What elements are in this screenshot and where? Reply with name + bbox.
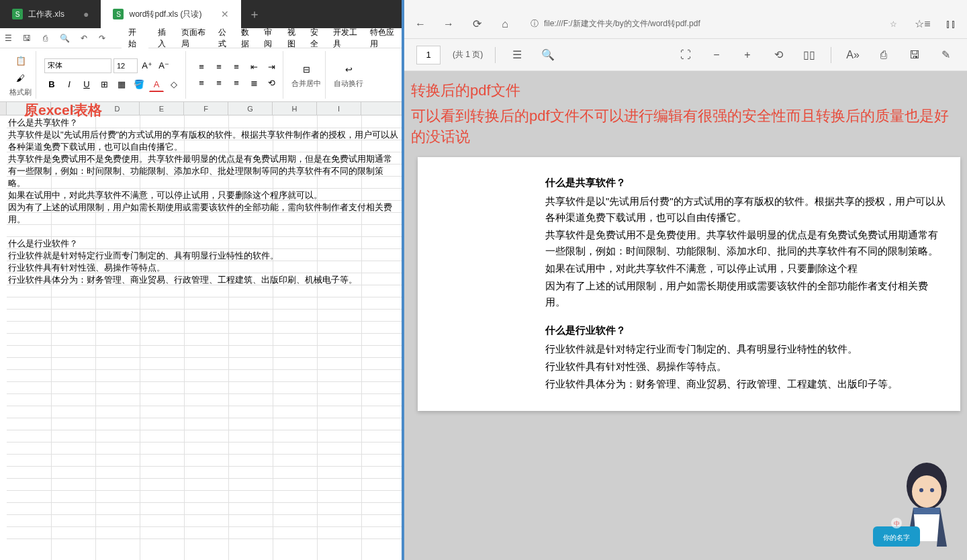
menu-data[interactable]: 数据 — [241, 27, 255, 50]
indent-inc-icon[interactable]: ⇥ — [264, 60, 279, 75]
align-middle-icon[interactable]: ≡ — [212, 60, 226, 75]
column-header[interactable]: H — [273, 102, 317, 115]
new-tab-button[interactable]: ＋ — [241, 0, 268, 28]
close-icon[interactable]: ✕ — [221, 9, 229, 19]
menu-special[interactable]: 特色应用 — [370, 27, 398, 50]
italic-icon[interactable]: I — [62, 77, 77, 92]
paste-icon[interactable]: 📋 — [13, 52, 29, 68]
wrap-icon[interactable]: ↩ — [340, 61, 357, 77]
column-header[interactable]: D — [95, 102, 140, 115]
separator — [831, 47, 831, 63]
fit-page-icon[interactable]: ⛶ — [676, 46, 695, 64]
zoom-out-icon[interactable]: − — [707, 46, 726, 64]
decrease-font-icon[interactable]: A⁻ — [156, 58, 171, 73]
save-icon[interactable]: 🖫 — [905, 46, 924, 64]
indent-dec-icon[interactable]: ⇤ — [246, 60, 261, 75]
align-bottom-icon[interactable]: ≡ — [229, 60, 244, 75]
favorite-icon[interactable]: ☆ — [890, 19, 897, 29]
print-icon[interactable]: ⎙ — [874, 46, 893, 64]
redo-icon[interactable]: ↷ — [97, 33, 107, 44]
read-aloud-icon[interactable]: A» — [843, 46, 862, 64]
svg-text:你的名字: 你的名字 — [883, 534, 910, 541]
border-icon[interactable]: ⊞ — [97, 77, 111, 92]
menu-layout[interactable]: 页面布局 — [181, 27, 209, 50]
pdf-viewport[interactable]: 转换后的pdf文件 可以看到转换后的pdf文件不可以进行编辑有很强的安全性而且转… — [404, 71, 967, 560]
distribute-icon[interactable]: ≣ — [246, 76, 261, 91]
pdf-page-input[interactable] — [416, 46, 441, 64]
tab-wordpdf[interactable]: S word转pdf.xls (只读) ✕ — [101, 0, 240, 28]
format-brush-icon[interactable]: 🖌 — [13, 70, 29, 86]
underline-icon[interactable]: U — [79, 77, 94, 92]
ribbon: 📋 🖌 格式刷 A⁺ A⁻ B I U ⊞ ▦ 🪣 A ◇ — [0, 48, 402, 102]
url-text: file:///F:/新建文件夹/by的文件/word转pdf.pdf — [544, 18, 884, 30]
column-header[interactable]: I — [317, 102, 361, 115]
column-header[interactable]: E — [140, 102, 184, 115]
menu-start[interactable]: 开始 — [122, 28, 148, 48]
layout-icon[interactable]: ▯▯ — [800, 46, 819, 64]
undo-icon[interactable]: ↶ — [79, 33, 89, 44]
zoom-in-icon[interactable]: + — [738, 46, 757, 64]
pdf-paragraph: 行业软件具有针对性强、易操作等特点。 — [545, 359, 947, 375]
clear-icon[interactable]: ◇ — [167, 77, 181, 92]
menu-insert[interactable]: 插入 — [158, 27, 171, 50]
favorites-icon[interactable]: ☆≡ — [913, 15, 932, 34]
toc-icon[interactable]: ☰ — [508, 46, 526, 64]
annotate-icon[interactable]: ✎ — [936, 46, 955, 64]
merge-icon[interactable]: ⊟ — [298, 61, 314, 77]
wrap-label: 自动换行 — [334, 79, 363, 89]
spreadsheet-grid[interactable]: BCDEFGHI 什么是共享软件？ 共享软件是以"先试用后付费"的方式试用的享有… — [0, 102, 402, 560]
increase-font-icon[interactable]: A⁺ — [140, 58, 154, 73]
align-center-icon[interactable]: ≡ — [212, 76, 226, 91]
align-right-icon[interactable]: ≡ — [229, 76, 244, 91]
annotation-pdf-title: 转换后的pdf文件 — [411, 81, 960, 101]
back-icon[interactable]: ← — [411, 15, 430, 34]
reader-icon[interactable]: ⫿⫿ — [941, 15, 960, 34]
pdf-paragraph: 如果在试用中，对此共享软件不满意，可以停止试用，只要删除这个程 — [545, 261, 947, 277]
orientation-icon[interactable]: ⟲ — [264, 76, 279, 91]
print-icon[interactable]: ⎙ — [41, 33, 50, 44]
preview-icon[interactable]: 🔍 — [60, 33, 70, 44]
menu-review[interactable]: 审阅 — [264, 27, 277, 50]
info-icon[interactable]: ⓘ — [531, 18, 539, 30]
separator — [495, 47, 496, 63]
svg-rect-5 — [913, 508, 940, 514]
cell-format-icon[interactable]: ▦ — [114, 77, 129, 92]
align-left-icon[interactable]: ≡ — [194, 76, 209, 91]
align-top-icon[interactable]: ≡ — [194, 60, 209, 75]
pdf-page: 什么是共享软件？ 共享软件是以"先试用后付费"的方式试用的享有版权的软件。根据共… — [418, 157, 960, 411]
column-headers: BCDEFGHI — [0, 102, 402, 115]
pdf-paragraph: 共享软件是以"先试用后付费"的方式试用的享有版权的软件。根据共享的授权，用户可以… — [545, 193, 947, 226]
grid-body[interactable]: 什么是共享软件？ 共享软件是以"先试用后付费"的方式试用的享有版权的软件。根据共… — [0, 115, 402, 560]
menu-icon[interactable]: ☰ — [4, 33, 13, 44]
save-icon[interactable]: 🖫 — [23, 33, 32, 44]
svg-text:中: 中 — [894, 520, 900, 527]
column-header[interactable]: B — [7, 102, 51, 115]
select-all-corner[interactable] — [0, 102, 7, 115]
annotation-pdf-desc: 可以看到转换后的pdf文件不可以进行编辑有很强的安全性而且转换后的质量也是好的没… — [411, 106, 960, 148]
home-icon[interactable]: ⌂ — [496, 15, 514, 34]
font-size-select[interactable] — [113, 58, 138, 73]
pdf-paragraph: 共享软件是免费试用不是免费使用。共享软件最明显的优点是有免费试免费试用期通常有一… — [545, 227, 947, 259]
bold-icon[interactable]: B — [44, 77, 59, 92]
address-bar[interactable]: ⓘ file:///F:/新建文件夹/by的文件/word转pdf.pdf ☆ — [524, 14, 904, 34]
menu-view[interactable]: 视图 — [287, 27, 301, 50]
svg-point-3 — [930, 488, 934, 492]
edge-toolbar: ← → ⟳ ⌂ ⓘ file:///F:/新建文件夹/by的文件/word转pd… — [404, 9, 967, 39]
tab-worksheet[interactable]: S 工作表.xls ● — [0, 0, 101, 28]
pdf-paragraph: 行业软件就是针对特定行业而专门制定的、具有明显行业特性的软件。 — [545, 341, 947, 357]
refresh-icon[interactable]: ⟳ — [467, 15, 486, 34]
menu-dev[interactable]: 开发工具 — [333, 27, 361, 50]
menu-formula[interactable]: 公式 — [218, 27, 232, 50]
forward-icon[interactable]: → — [439, 15, 458, 34]
column-header[interactable]: F — [184, 102, 228, 115]
column-header[interactable]: G — [228, 102, 273, 115]
search-icon[interactable]: 🔍 — [539, 46, 557, 64]
svg-point-2 — [919, 488, 923, 492]
close-icon[interactable]: ● — [83, 9, 89, 19]
menu-security[interactable]: 安全 — [310, 27, 324, 50]
column-header[interactable]: C — [51, 102, 95, 115]
font-color-icon[interactable]: A — [149, 77, 164, 92]
rotate-icon[interactable]: ⟲ — [769, 46, 788, 64]
fill-color-icon[interactable]: 🪣 — [132, 77, 146, 92]
font-name-select[interactable] — [44, 58, 111, 73]
